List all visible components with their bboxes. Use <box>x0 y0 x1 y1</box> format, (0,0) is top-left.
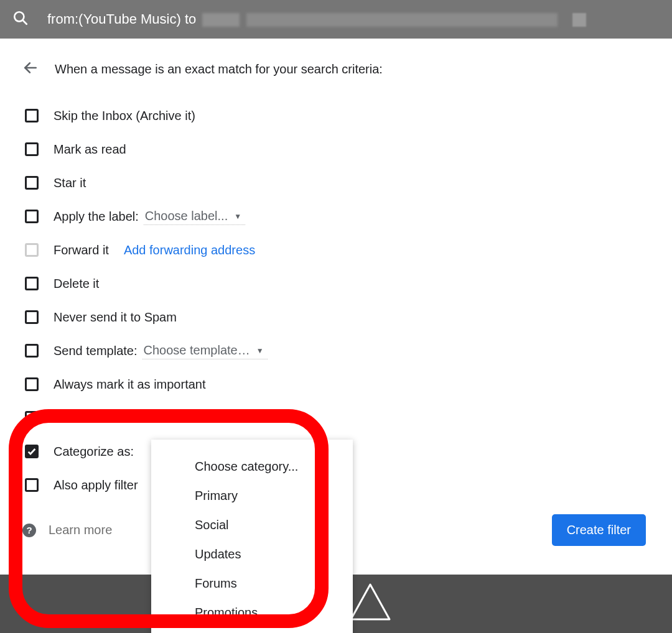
help-section: ? Learn more <box>22 523 112 537</box>
search-bar: from:(YouTube Music) to <box>0 0 672 39</box>
create-filter-button[interactable]: Create filter <box>552 514 646 546</box>
option-label: Apply the label: <box>54 210 139 224</box>
option-label: Skip the Inbox (Archive it) <box>54 109 195 123</box>
svg-marker-3 <box>351 584 390 619</box>
option-label: Also apply filter <box>54 478 138 492</box>
option-label: Send template: <box>54 344 138 358</box>
category-item-promotions[interactable]: Promotions <box>151 598 353 627</box>
triangle-watermark-icon <box>348 582 392 622</box>
add-forwarding-link[interactable]: Add forwarding address <box>124 243 255 257</box>
option-star-it: Star it <box>22 166 650 200</box>
learn-more-link[interactable]: Learn more <box>49 523 112 537</box>
back-arrow-icon[interactable] <box>22 60 39 79</box>
option-delete-it: Delete it <box>22 267 650 300</box>
category-item-choose[interactable]: Choose category... <box>151 452 353 481</box>
option-label: Never send it to Spam <box>54 310 177 325</box>
checkbox-never-spam[interactable] <box>25 310 39 324</box>
category-item-forums[interactable]: Forums <box>151 569 353 598</box>
redacted-block <box>572 13 586 27</box>
checkbox-also-apply[interactable] <box>25 478 39 492</box>
checkbox-apply-label[interactable] <box>25 210 39 223</box>
dropdown-value: Choose label... <box>145 209 228 223</box>
option-mark-read: Mark as read <box>22 132 650 166</box>
option-label: Mark as read <box>54 142 126 157</box>
option-label: Delete it <box>54 277 99 291</box>
search-query-text: from:(YouTube Music) to <box>47 11 196 27</box>
template-dropdown[interactable]: Choose template… ▼ <box>142 342 268 359</box>
option-never-spam: Never send it to Spam <box>22 300 650 334</box>
search-query[interactable]: from:(YouTube Music) to <box>47 11 660 27</box>
option-forward-it: Forward it Add forwarding address <box>22 233 650 267</box>
category-item-primary[interactable]: Primary <box>151 481 353 511</box>
search-icon[interactable] <box>12 10 29 29</box>
category-dropdown-menu: Choose category... Primary Social Update… <box>151 440 353 633</box>
help-icon[interactable]: ? <box>22 524 36 537</box>
label-dropdown[interactable]: Choose label... ▼ <box>144 208 245 225</box>
option-label: Forward it <box>54 243 109 257</box>
page-title: When a message is an exact match for you… <box>55 62 383 76</box>
option-hidden <box>22 401 650 435</box>
checkbox-skip-inbox[interactable] <box>25 109 39 122</box>
option-label: Star it <box>54 176 86 190</box>
redacted-text <box>246 13 558 27</box>
checkbox-star-it[interactable] <box>25 176 39 190</box>
option-apply-label: Apply the label: Choose label... ▼ <box>22 200 650 233</box>
option-mark-important: Always mark it as important <box>22 367 650 401</box>
svg-line-1 <box>23 20 27 24</box>
checkbox-delete-it[interactable] <box>25 277 39 290</box>
category-item-social[interactable]: Social <box>151 511 353 540</box>
checkbox-mark-read[interactable] <box>25 142 39 156</box>
redacted-text <box>202 13 240 27</box>
checkbox-hidden[interactable] <box>25 411 39 425</box>
option-skip-inbox: Skip the Inbox (Archive it) <box>22 99 650 132</box>
option-label: Always mark it as important <box>54 377 206 392</box>
checkbox-forward-it <box>25 243 39 257</box>
option-send-template: Send template: Choose template… ▼ <box>22 334 650 367</box>
caret-down-icon: ▼ <box>256 346 264 355</box>
header-row: When a message is an exact match for you… <box>22 60 650 79</box>
checkbox-categorize-as[interactable] <box>25 445 39 458</box>
checkbox-mark-important[interactable] <box>25 377 39 391</box>
checkbox-send-template[interactable] <box>25 344 39 358</box>
category-item-updates[interactable]: Updates <box>151 540 353 569</box>
dropdown-value: Choose template… <box>144 343 250 358</box>
caret-down-icon: ▼ <box>234 212 241 221</box>
option-label: Categorize as: <box>54 445 134 459</box>
